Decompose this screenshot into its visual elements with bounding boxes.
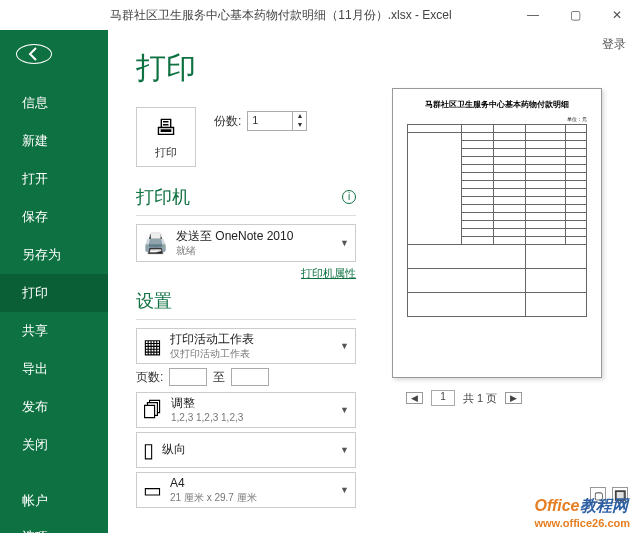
- info-icon[interactable]: i: [342, 190, 356, 204]
- close-button[interactable]: ✕: [600, 4, 634, 26]
- prev-page-button[interactable]: ◀: [406, 392, 423, 404]
- chevron-down-icon: ▼: [340, 445, 349, 455]
- window-title: 马群社区卫生服务中心基本药物付款明细（11月份）.xlsx - Excel: [46, 7, 516, 24]
- nav-options[interactable]: 选项: [0, 520, 108, 533]
- nav-new[interactable]: 新建: [0, 122, 108, 160]
- printer-heading: 打印机: [136, 185, 190, 209]
- copies-spinner[interactable]: 1 ▲▼: [247, 111, 307, 131]
- chevron-down-icon: ▼: [340, 485, 349, 495]
- pages-to-label: 至: [213, 369, 225, 386]
- chevron-down-icon: ▼: [340, 405, 349, 415]
- printer-device-icon: 🖨️: [143, 231, 168, 255]
- nav-account[interactable]: 帐户: [0, 484, 108, 520]
- setting-orientation[interactable]: ▯ 纵向 ▼: [136, 432, 356, 468]
- next-page-button[interactable]: ▶: [505, 392, 522, 404]
- setting-what-to-print[interactable]: ▦ 打印活动工作表 仅打印活动工作表 ▼: [136, 328, 356, 364]
- print-preview: 马群社区卫生服务中心基本药物付款明细 单位：元: [366, 48, 628, 533]
- nav-open[interactable]: 打开: [0, 160, 108, 198]
- page-number-input[interactable]: 1: [431, 390, 455, 406]
- spinner-down[interactable]: ▼: [292, 121, 306, 130]
- pages-to-input[interactable]: [231, 368, 269, 386]
- print-button[interactable]: 🖶 打印: [136, 107, 196, 167]
- page-title: 打印: [136, 48, 356, 89]
- spinner-up[interactable]: ▲: [292, 112, 306, 121]
- chevron-down-icon: ▼: [340, 341, 349, 351]
- watermark: Office教程网 www.office26.com: [534, 496, 630, 529]
- copies-label: 份数:: [214, 113, 241, 130]
- page-icon: ▭: [143, 478, 162, 502]
- nav-share[interactable]: 共享: [0, 312, 108, 350]
- pages-from-input[interactable]: [169, 368, 207, 386]
- backstage-sidebar: 信息 新建 打开 保存 另存为 打印 共享 导出 发布 关闭 帐户 选项: [0, 30, 108, 533]
- preview-table: [407, 124, 587, 317]
- signin-link[interactable]: 登录: [602, 36, 626, 53]
- pages-label: 页数:: [136, 369, 163, 386]
- setting-collate[interactable]: 🗍 调整 1,2,3 1,2,3 1,2,3 ▼: [136, 392, 356, 428]
- collate-icon: 🗍: [143, 399, 163, 422]
- sheets-icon: ▦: [143, 334, 162, 358]
- portrait-icon: ▯: [143, 438, 154, 462]
- nav-export[interactable]: 导出: [0, 350, 108, 388]
- settings-heading: 设置: [136, 289, 172, 313]
- printer-properties-link[interactable]: 打印机属性: [136, 266, 356, 281]
- minimize-button[interactable]: —: [516, 4, 550, 26]
- nav-save[interactable]: 保存: [0, 198, 108, 236]
- nav-publish[interactable]: 发布: [0, 388, 108, 426]
- nav-info[interactable]: 信息: [0, 84, 108, 122]
- page-total: 共 1 页: [463, 391, 497, 406]
- chevron-down-icon: ▼: [340, 238, 349, 248]
- preview-page: 马群社区卫生服务中心基本药物付款明细 单位：元: [392, 88, 602, 378]
- nav-close[interactable]: 关闭: [0, 426, 108, 464]
- nav-saveas[interactable]: 另存为: [0, 236, 108, 274]
- maximize-button[interactable]: ▢: [558, 4, 592, 26]
- printer-icon: 🖶: [155, 115, 177, 141]
- nav-print[interactable]: 打印: [0, 274, 108, 312]
- printer-dropdown[interactable]: 🖨️ 发送至 OneNote 2010 就绪 ▼: [136, 224, 356, 262]
- back-button[interactable]: [16, 44, 52, 64]
- arrow-left-icon: [25, 45, 43, 63]
- setting-paper-size[interactable]: ▭ A4 21 厘米 x 29.7 厘米 ▼: [136, 472, 356, 508]
